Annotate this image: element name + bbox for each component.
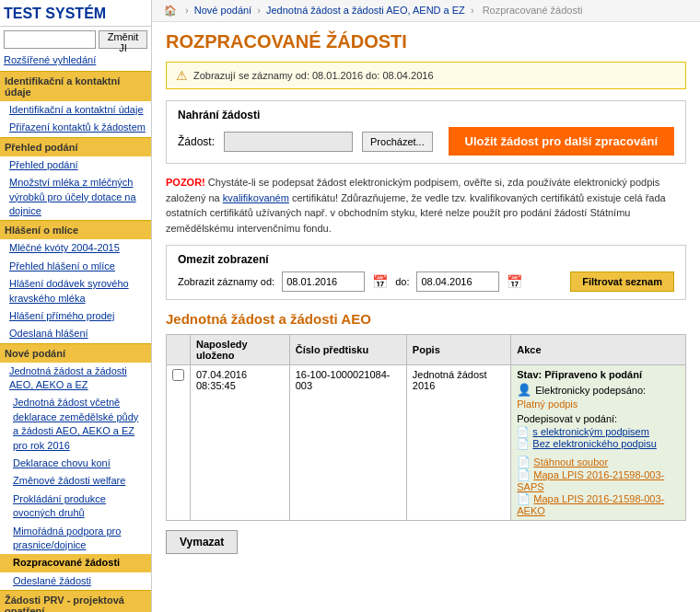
sign-link2-row: 📄 Bez elektronického podpisu xyxy=(517,438,680,450)
sidebar-item-odeslana-hlaseni[interactable]: Odeslaná hlášení xyxy=(0,325,151,342)
map2-row: 📄 Mapa LPIS 2016-21598-003-AEKO xyxy=(517,492,680,516)
row-desc-cell: Jednotná žádost 2016 xyxy=(406,365,510,521)
sidebar: TEST SYSTÉM Změnit JI Rozšířené vyhledán… xyxy=(0,0,152,612)
sidebar-item-mimoradna[interactable]: Mimořádná podpora pro prasnice/dojnice xyxy=(0,523,151,555)
pdf-icon3: 📄 xyxy=(517,492,531,505)
table-section-title: Jednotná žádost a žádosti AEO xyxy=(166,311,686,327)
upload-section-title: Nahrání žádosti xyxy=(178,109,674,121)
row-checkbox[interactable] xyxy=(172,369,184,381)
page-title: ROZPRACOVANÉ ŽÁDOSTI xyxy=(166,31,686,52)
row-date-cell: 07.04.2016 08:35:45 xyxy=(191,365,290,521)
sign-section-label: Podepisovat v podání: xyxy=(517,413,680,424)
sidebar-item-assign-contacts[interactable]: Přiřazení kontaktů k žádostem xyxy=(0,119,151,136)
logo-text: TEST SYSTÉM xyxy=(4,6,106,21)
col-checkbox xyxy=(167,335,191,365)
sidebar-item-rozpracovane[interactable]: Rozpracované žádosti xyxy=(0,554,151,572)
delete-button[interactable]: Vymazat xyxy=(166,530,238,554)
col-cislo: Číslo předtisku xyxy=(289,335,406,365)
calendar-to-icon[interactable]: 📅 xyxy=(507,274,522,289)
status-text: Stav: Připraveno k podání xyxy=(517,369,680,380)
breadcrumb-separator: › xyxy=(185,5,192,16)
upload-label: Žádost: xyxy=(178,135,215,148)
sign-link2[interactable]: Bez elektronického podpisu xyxy=(532,438,657,449)
breadcrumb-current: Rozpracované žádosti xyxy=(483,5,583,16)
row-date: 07.04.2016 xyxy=(196,369,284,380)
sidebar-item-prehled-podani[interactable]: Přehled podání xyxy=(0,156,151,174)
sign-link1[interactable]: s elektronickým podpisem xyxy=(532,426,649,437)
row-number: 16-100-1000021084-003 xyxy=(296,369,391,391)
download-row: 📄 Stáhnout soubor xyxy=(517,456,680,468)
filter-to-input[interactable] xyxy=(416,271,499,292)
row-description: Jednotná žádost 2016 xyxy=(413,369,487,391)
breadcrumb-link-nove-podani[interactable]: Nové podání xyxy=(194,5,251,16)
sidebar-item-id-contact[interactable]: Identifikační a kontaktní údaje xyxy=(0,101,151,119)
person-icon: 👤 xyxy=(517,383,531,397)
map2-link[interactable]: Mapa LPIS 2016-21598-003-AEKO xyxy=(517,493,664,516)
row-number-cell: 16-100-1000021084-003 xyxy=(289,365,406,521)
main-content: ROZPRACOVANÉ ŽÁDOSTI ⚠ Zobrazují se zázn… xyxy=(152,22,700,563)
warning-icon: ⚠ xyxy=(176,68,188,83)
signed-value: Platný podpis xyxy=(517,398,680,410)
sign-link2-icon: 📄 xyxy=(517,438,530,449)
data-table: Naposledy uloženo Číslo předtisku Popis … xyxy=(166,334,686,521)
search-button[interactable]: Změnit JI xyxy=(99,30,147,49)
sidebar-item-odeslane-zadosti[interactable]: Odeslané žádosti xyxy=(0,572,151,590)
breadcrumb-sep2: › xyxy=(257,5,263,16)
filter-button[interactable]: Filtrovat seznam xyxy=(570,271,674,292)
sidebar-item-hlaseni-primych[interactable]: Hlášení přímého prodej xyxy=(0,307,151,325)
file-input-display xyxy=(224,132,353,152)
sidebar-item-jednotna-zadost-aeo[interactable]: Jednotná žádost a žádosti AEO, AEKO a EZ xyxy=(0,363,151,395)
notice-text: POZOR! Chystáte-li se podepsat žádost el… xyxy=(166,175,686,236)
download-link[interactable]: Stáhnout soubor xyxy=(533,456,608,468)
col-naposledy: Naposledy uloženo xyxy=(191,335,290,365)
sidebar-item-prehled-hlaseni[interactable]: Přehled hlášení o mlíce xyxy=(0,258,151,275)
sign-link1-row: 📄 s elektronickým podpisem xyxy=(517,426,680,438)
breadcrumb: 🏠 › Nové podání › Jednotná žádost a žádo… xyxy=(152,0,700,22)
upload-row: Žádost: Procházet... Uložit žádost pro d… xyxy=(178,127,674,156)
sidebar-item-hlaseni-dodavek[interactable]: Hlášení dodávek syrového kravského mléka xyxy=(0,275,151,307)
map1-link[interactable]: Mapa LPIS 2016-21598-003-SAPS xyxy=(517,469,664,492)
sidebar-item-prokladani[interactable]: Prokládání produkce ovocných druhů xyxy=(0,491,151,523)
breadcrumb-link-jednotna[interactable]: Jednotná žádost a žádosti AEO, AEND a EZ xyxy=(266,5,465,16)
sidebar-section-overview: Přehled podání xyxy=(0,137,151,156)
sidebar-item-zmenove-zadosti[interactable]: Změnové žádosti welfare xyxy=(0,472,151,490)
save-zadost-button[interactable]: Uložit žádost pro další zpracování xyxy=(449,127,674,156)
sidebar-section-prv: Žádosti PRV - projektová opatření xyxy=(0,590,151,612)
pdf-icon1: 📄 xyxy=(517,456,531,468)
sidebar-section-identification: Identifikační a kontaktní údaje xyxy=(0,71,151,101)
signed-label: Elektronicky podepsáno: xyxy=(535,385,646,396)
main-content-area: 🏠 › Nové podání › Jednotná žádost a žádo… xyxy=(152,0,700,612)
filter-row: Zobrazit záznamy od: 📅 do: 📅 Filtrovat s… xyxy=(178,271,674,292)
row-checkbox-cell xyxy=(167,365,191,521)
col-popis: Popis xyxy=(406,335,510,365)
filter-from-label: Zobrazit záznamy od: xyxy=(178,276,274,287)
row-time: 08:35:45 xyxy=(196,380,284,391)
upload-section: Nahrání žádosti Žádost: Procházet... Ulo… xyxy=(166,100,686,164)
breadcrumb-sep3: › xyxy=(471,5,477,16)
filter-from-input[interactable] xyxy=(282,271,365,292)
sidebar-section-hlaseni: Hlášení o mlíce xyxy=(0,220,151,239)
sign-link1-icon: 📄 xyxy=(517,426,530,437)
map1-row: 📄 Mapa LPIS 2016-21598-003-SAPS xyxy=(517,468,680,492)
sidebar-item-deklarace-chov[interactable]: Deklarace chovu koní xyxy=(0,455,151,472)
breadcrumb-home-icon[interactable]: 🏠 xyxy=(164,5,177,16)
sidebar-item-mlecne-kvoty[interactable]: Mléčné kvóty 2004-2015 xyxy=(0,239,151,257)
filter-to-label: do: xyxy=(395,276,409,287)
notice-label: POZOR! xyxy=(166,177,205,188)
logo-area: TEST SYSTÉM xyxy=(0,0,151,27)
sidebar-item-jednotna-zadost-dec[interactable]: Jednotná žádost včetně deklarace zeměděl… xyxy=(0,394,151,455)
filter-section: Omezit zobrazení Zobrazit záznamy od: 📅 … xyxy=(166,245,686,300)
sidebar-item-mnozstvi-mleka[interactable]: Množství mléka z mléčných výrobků pro úč… xyxy=(0,174,151,220)
pdf-icon2: 📄 xyxy=(517,468,531,481)
signed-row: 👤 Elektronicky podepsáno: xyxy=(517,383,680,397)
notice-highlight: kvalifikovaném xyxy=(223,192,289,203)
sidebar-section-nove-podani: Nové podání xyxy=(0,343,151,363)
filter-title: Omezit zobrazení xyxy=(178,253,674,266)
table-row: 07.04.2016 08:35:45 16-100-1000021084-00… xyxy=(167,365,686,521)
col-akce: Akce xyxy=(511,335,686,365)
advanced-search-link[interactable]: Rozšířené vyhledání xyxy=(0,52,151,71)
browse-button[interactable]: Procházet... xyxy=(362,132,433,152)
row-action-cell: Stav: Připraveno k podání 👤 Elektronicky… xyxy=(511,365,686,521)
search-input[interactable] xyxy=(4,30,96,49)
calendar-from-icon[interactable]: 📅 xyxy=(372,274,388,289)
